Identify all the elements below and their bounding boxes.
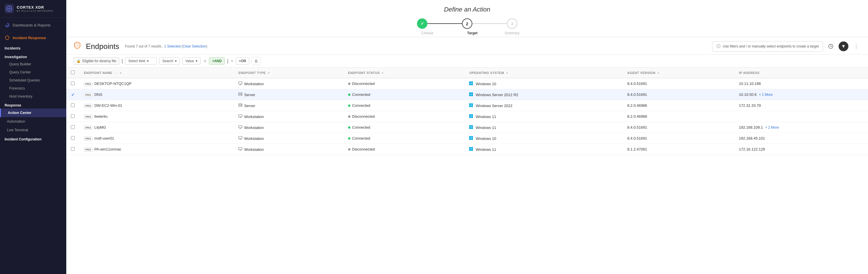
pro-badge: PRO <box>84 137 93 141</box>
status-dot <box>348 137 350 140</box>
svg-rect-28 <box>471 116 473 118</box>
svg-rect-33 <box>471 127 473 129</box>
ip-address-cell <box>734 111 868 122</box>
selected-count-link[interactable]: 1 Selected <box>164 44 181 48</box>
agent-version-filter-icon[interactable]: ▾ <box>658 71 659 74</box>
row-checkbox[interactable] <box>71 81 75 85</box>
logo-subtitle: BY PALO ALTO NETWORKS <box>17 9 53 12</box>
sidebar-item-incident-response[interactable]: Incident Response <box>0 33 66 43</box>
endpoint-status-header: ENDPOINT STATUS ▾ <box>343 68 465 78</box>
info-message-box: ⓘ Use filters and / or manually select e… <box>712 41 823 52</box>
endpoint-status-filter-icon[interactable]: ▾ <box>382 71 383 74</box>
row-checkbox[interactable] <box>71 136 75 140</box>
value-dropdown[interactable]: Value ▾ <box>182 57 200 65</box>
endpoint-status-cell: Connected <box>343 122 465 133</box>
sidebar-item-query-center[interactable]: Query Center <box>0 68 66 76</box>
arrow-button[interactable]: ▼ <box>839 41 848 51</box>
endpoint-type-cell: Workstation <box>234 78 343 89</box>
row-check-mark: ✓ <box>71 92 75 97</box>
windows-icon <box>469 136 473 141</box>
select-field-dropdown[interactable]: Select field ▾ <box>125 57 157 65</box>
endpoint-type-filter-icon[interactable]: ▾ <box>268 71 270 74</box>
endpoints-table: ENDPOINT NAME ↑↓ ▾ ENDPOINT TYPE ▾ ENDPO… <box>66 68 868 155</box>
windows-icon <box>469 93 473 97</box>
table-row: PRODESKTOP-NTQC1QPWorkstationDisconnecte… <box>66 78 868 89</box>
pro-badge: PRO <box>84 104 93 108</box>
sidebar-item-forensics[interactable]: Forensics <box>0 84 66 92</box>
or-button[interactable]: +OR <box>236 57 249 65</box>
sidebar-item-action-center[interactable]: Action Center <box>0 108 66 117</box>
more-options-button[interactable]: ⋮ <box>851 41 861 51</box>
endpoint-type-icon <box>238 103 242 108</box>
sidebar-item-live-terminal[interactable]: Live Terminal <box>0 126 66 134</box>
endpoints-title: Endpoints <box>86 42 119 51</box>
endpoint-type-icon <box>238 81 242 86</box>
svg-rect-36 <box>471 136 473 138</box>
sidebar-item-scheduled-queries[interactable]: Scheduled Queries <box>0 76 66 84</box>
svg-rect-34 <box>239 136 242 139</box>
sidebar-item-host-inventory[interactable]: Host Inventory <box>0 92 66 100</box>
agent-version-cell: 8.4.0.51691 <box>623 122 734 133</box>
more-ips-link[interactable]: + 1 More <box>759 93 773 97</box>
row-checkbox[interactable] <box>71 114 75 118</box>
sidebar-item-dashboards[interactable]: Dashboards & Reports <box>0 20 66 30</box>
step-2-circle: 2 <box>462 19 472 29</box>
os-filter-icon[interactable]: ▾ <box>506 71 508 74</box>
svg-rect-25 <box>469 114 471 116</box>
svg-rect-43 <box>471 149 473 151</box>
agent-version-cell: 8.1.2.47081 <box>623 144 734 155</box>
table-row: PROLilyMGWorkstationConnected Windows 11… <box>66 122 868 133</box>
checkbox-header <box>66 68 79 78</box>
filter-clear-x[interactable]: ✕ <box>204 59 207 63</box>
ip-address-cell: 192.168.109.1+ 2 More <box>734 122 868 133</box>
sidebar-item-query-builder[interactable]: Query Builder <box>0 60 66 68</box>
endpoint-type-icon <box>238 114 242 119</box>
endpoint-name-cell: PROfeelerliu <box>79 111 234 122</box>
endpoint-name-filter-icon[interactable]: ▾ <box>120 71 122 74</box>
svg-rect-26 <box>471 114 473 116</box>
wizard-title: Define an Action <box>444 6 491 13</box>
operating-system-cell: Windows 11 <box>465 111 623 122</box>
response-group-label: Response <box>0 100 66 108</box>
clock-button[interactable] <box>826 41 836 51</box>
svg-rect-35 <box>469 136 471 138</box>
svg-rect-23 <box>471 105 473 107</box>
sidebar-item-automation[interactable]: Automation <box>0 117 66 126</box>
endpoint-name-header: ENDPOINT NAME ↑↓ ▾ <box>79 68 234 78</box>
sidebar: CORTEX XDR BY PALO ALTO NETWORKS Dashboa… <box>0 0 66 274</box>
and-button[interactable]: +AND <box>209 57 225 65</box>
incident-config-label: Incident Configuration <box>0 134 66 142</box>
ip-address-cell: 10.11.10.198 <box>734 78 868 89</box>
ip-address-cell: 192.168.45.101 <box>734 133 868 144</box>
row-checkbox[interactable] <box>71 103 75 107</box>
operating-system-header: OPERATING SYSTEM ▾ <box>465 68 623 78</box>
content-area: Endpoints Found 7 out of 7 results , 1 S… <box>66 37 868 274</box>
svg-rect-27 <box>469 116 471 118</box>
operating-system-cell: Windows Server 2012 R2 <box>465 89 623 100</box>
svg-point-10 <box>241 93 242 94</box>
sort-icon[interactable]: ↑↓ <box>115 71 118 74</box>
endpoint-status-cell: Connected <box>343 133 465 144</box>
delete-filter-button[interactable]: 🗑 <box>252 57 261 65</box>
endpoint-type-cell: Server <box>234 100 343 111</box>
dashboards-label: Dashboards & Reports <box>13 23 51 27</box>
close-bracket: ] <box>227 59 228 63</box>
search-dropdown[interactable]: Search ▾ <box>159 57 180 65</box>
step-3-label: Summary <box>495 31 529 35</box>
select-all-checkbox[interactable] <box>71 70 75 74</box>
wizard-header: Define an Action ✓ 2 3 Choose Target Sum… <box>66 0 868 37</box>
svg-rect-31 <box>471 125 473 127</box>
incident-response-label: Incident Response <box>13 36 46 40</box>
svg-rect-39 <box>239 147 242 150</box>
pro-badge: PRO <box>84 93 93 97</box>
windows-icon <box>469 147 473 152</box>
select-field-label: Select field <box>128 59 145 63</box>
row-checkbox[interactable] <box>71 147 75 151</box>
svg-rect-24 <box>239 114 242 117</box>
row-checkbox[interactable] <box>71 125 75 129</box>
step-3-circle: 3 <box>507 19 517 29</box>
clear-selection-link[interactable]: Clear Selection <box>183 44 206 48</box>
endpoint-type-icon <box>238 92 242 97</box>
more-ips-link[interactable]: + 2 More <box>765 126 779 130</box>
step-line-1 <box>427 23 462 24</box>
